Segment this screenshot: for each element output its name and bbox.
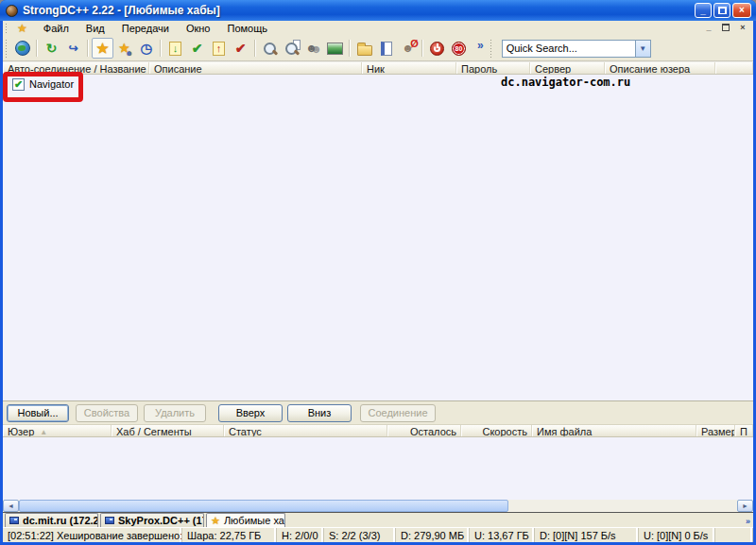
- finished-downloads-icon: ✔: [192, 41, 203, 56]
- scroll-left-button[interactable]: ◄: [3, 500, 19, 512]
- hub-list[interactable]: ✔ Navigator: [3, 75, 753, 401]
- star-icon: ★: [211, 515, 220, 527]
- tabbar-overflow-chevron[interactable]: »: [746, 517, 750, 526]
- move-up-button[interactable]: Вверх: [218, 404, 283, 422]
- window-title: StrongDC++ 2.22 - [Любимые хабы]: [23, 4, 220, 17]
- new-button[interactable]: Новый...: [7, 404, 69, 422]
- status-hubs: H: 2/0/0: [277, 528, 324, 542]
- toolbar-separator: [36, 40, 38, 57]
- ignore-users-button[interactable]: ☻Ø: [397, 38, 419, 59]
- move-down-button[interactable]: Вниз: [287, 404, 352, 422]
- finished-uploads-icon: ✔: [235, 41, 247, 56]
- status-message: [02:51:22] Хеширование завершено: ...\vi: [3, 528, 182, 542]
- open-filelist-button[interactable]: [353, 38, 375, 59]
- quick-search-input[interactable]: Quick Search...: [502, 40, 635, 58]
- menu-transfers[interactable]: Передачи: [113, 22, 178, 35]
- menu-help[interactable]: Помощь: [218, 22, 276, 35]
- shutdown-icon: [430, 42, 444, 56]
- column-path[interactable]: П: [735, 425, 753, 436]
- recent-hubs-clock-icon: ◷: [140, 41, 151, 56]
- connect-button[interactable]: Соединение: [360, 404, 436, 422]
- column-filename[interactable]: Имя файла: [532, 425, 696, 436]
- finished-uploads-button[interactable]: ✔: [230, 38, 251, 59]
- adl-search-button[interactable]: [281, 38, 302, 59]
- ignore-users-icon: ☻Ø: [402, 42, 414, 55]
- quick-search-combo: Quick Search... ▼: [502, 40, 651, 58]
- finished-downloads-button[interactable]: ✔: [186, 38, 208, 59]
- column-password[interactable]: Пароль: [456, 62, 530, 74]
- mdi-restore-icon: [722, 24, 730, 31]
- shutdown-button[interactable]: [426, 38, 448, 59]
- column-size[interactable]: Размер: [696, 425, 735, 436]
- titlebar[interactable]: StrongDC++ 2.22 - [Любимые хабы] _ ×: [0, 0, 756, 21]
- window-tabbar: dc.mit.ru (172.2... SkyProx.DC++ (17... …: [3, 513, 753, 527]
- adl-search-icon: [284, 41, 300, 57]
- column-user-description[interactable]: Описание юзера: [605, 62, 715, 74]
- download-queue-icon: ↓: [169, 42, 181, 56]
- toolbar-separator: [421, 40, 423, 57]
- scrollbar-thumb[interactable]: [19, 500, 508, 512]
- quick-search-dropdown-button[interactable]: ▼: [635, 40, 651, 58]
- scroll-right-button[interactable]: ►: [737, 500, 753, 512]
- column-status[interactable]: Статус: [224, 425, 387, 436]
- close-button[interactable]: ×: [732, 3, 751, 18]
- toolbar-separator: [160, 40, 162, 57]
- mdi-close-button[interactable]: ×: [736, 23, 749, 34]
- column-server[interactable]: Сервер: [530, 62, 605, 74]
- speed-limit-icon: 80: [452, 42, 466, 56]
- mdi-minimize-button[interactable]: _: [702, 23, 715, 34]
- status-uploaded: U: 13,67 ГБ: [470, 528, 535, 542]
- speed-limit-button[interactable]: 80: [448, 38, 470, 59]
- app-icon[interactable]: [6, 5, 18, 17]
- remove-button[interactable]: Удалить: [144, 404, 206, 422]
- mdi-restore-button[interactable]: [719, 23, 732, 34]
- search-spy-button[interactable]: ☻: [302, 38, 324, 59]
- restore-button[interactable]: [713, 3, 730, 18]
- reconnect-button[interactable]: ↻: [41, 38, 62, 59]
- search-spy-icon: ☻: [305, 42, 318, 55]
- favorites-star-icon: ★: [17, 22, 27, 35]
- menu-view[interactable]: Вид: [77, 22, 113, 35]
- favorite-users-icon: ★: [119, 42, 129, 55]
- horizontal-scrollbar[interactable]: ◄ ►: [3, 500, 753, 513]
- tab-hub-skyprox[interactable]: SkyProx.DC++ (17...: [100, 513, 204, 527]
- public-hubs-button[interactable]: [11, 38, 33, 59]
- column-nick[interactable]: Ник: [362, 62, 456, 74]
- ban-icon: Ø: [410, 38, 419, 49]
- search-button[interactable]: [259, 38, 281, 59]
- follow-redirect-button[interactable]: ↪: [62, 38, 84, 59]
- quick-search-gripper[interactable]: [490, 39, 493, 59]
- status-share: Шара: 22,75 ГБ: [182, 528, 277, 542]
- tab-hub-dcmitru[interactable]: dc.mit.ru (172.2...: [5, 513, 98, 527]
- transfers-list[interactable]: [3, 437, 753, 500]
- tab-favorite-hubs[interactable]: ★Любимые хабы: [206, 513, 285, 527]
- status-download-speed: D: [0][N] 157 Б/s: [535, 528, 639, 542]
- minimize-button[interactable]: _: [695, 3, 712, 18]
- hub-list-header: Авто-соединение / Название Описание Ник …: [3, 62, 753, 75]
- red-highlight-annotation: [3, 72, 83, 102]
- favorite-hubs-button[interactable]: ★: [92, 38, 113, 59]
- toolbar-separator: [349, 40, 351, 57]
- menu-window[interactable]: Окно: [178, 22, 219, 35]
- menubar-gripper[interactable]: [5, 23, 9, 35]
- statusbar: [02:51:22] Хеширование завершено: ...\vi…: [3, 527, 753, 542]
- column-user[interactable]: Юзер▲: [3, 425, 112, 436]
- column-time-left[interactable]: Осталось: [387, 425, 461, 436]
- recent-hubs-button[interactable]: ◷: [135, 38, 157, 59]
- column-description[interactable]: Описание: [149, 62, 362, 74]
- column-speed[interactable]: Скорость: [461, 425, 532, 436]
- follow-redirect-icon: ↪: [68, 42, 77, 55]
- download-queue-button[interactable]: ↓: [164, 38, 186, 59]
- network-statistics-button[interactable]: [324, 38, 346, 59]
- column-filler: [715, 62, 753, 74]
- toolbar-gripper[interactable]: [5, 39, 9, 59]
- toolbar-overflow-chevron[interactable]: »: [477, 39, 484, 52]
- search-icon: [262, 41, 278, 57]
- notepad-button[interactable]: [375, 38, 397, 59]
- toolbar-separator: [87, 40, 89, 57]
- waiting-users-button[interactable]: ↑: [208, 38, 230, 59]
- properties-button[interactable]: Свойства: [76, 404, 138, 422]
- favorite-users-button[interactable]: ★: [113, 38, 135, 59]
- menu-file[interactable]: Файл: [35, 22, 77, 35]
- column-hub-segments[interactable]: Хаб / Сегменты: [112, 425, 224, 436]
